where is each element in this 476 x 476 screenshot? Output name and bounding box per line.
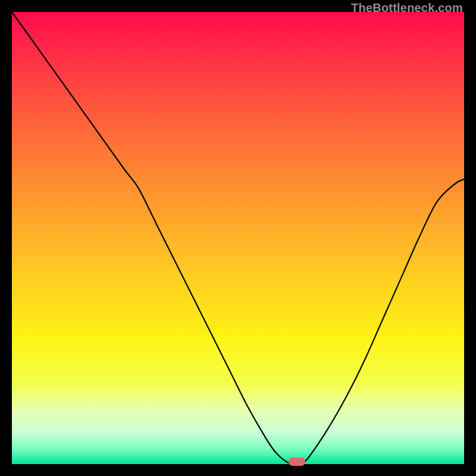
chart-frame: TheBottleneck.com [0, 0, 476, 476]
optimal-marker [289, 458, 305, 466]
watermark-text: TheBottleneck.com [351, 1, 463, 15]
chart-plot [0, 0, 476, 476]
gradient-background [12, 12, 464, 464]
